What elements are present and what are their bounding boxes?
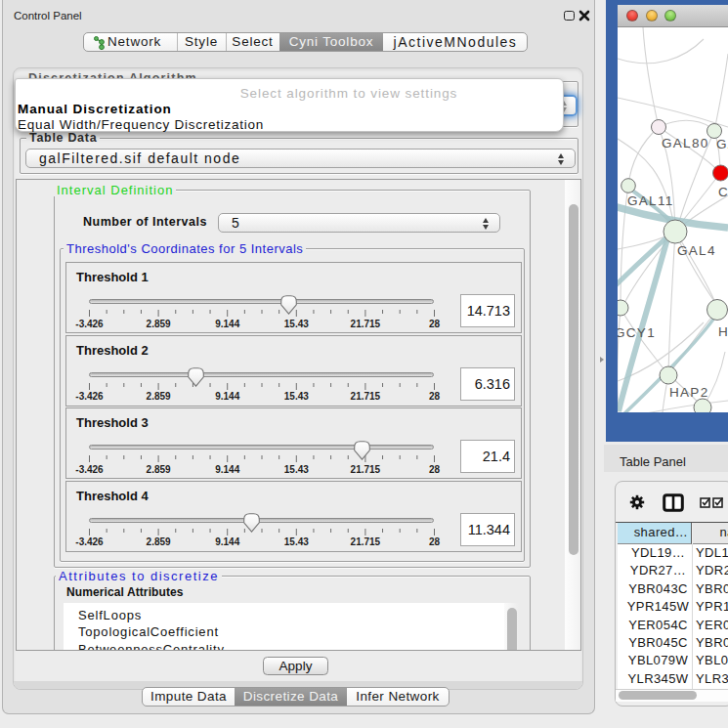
svg-text:GAL: GAL <box>716 137 728 151</box>
svg-text:GAL11: GAL11 <box>627 193 674 208</box>
svg-text:GAL80: GAL80 <box>662 136 709 150</box>
svg-text:HAP2: HAP2 <box>669 385 708 400</box>
svg-text:GCY1: GCY1 <box>618 325 656 340</box>
svg-text:C: C <box>718 185 728 199</box>
svg-text:H: H <box>718 324 728 339</box>
svg-text:GAL4: GAL4 <box>677 243 716 258</box>
